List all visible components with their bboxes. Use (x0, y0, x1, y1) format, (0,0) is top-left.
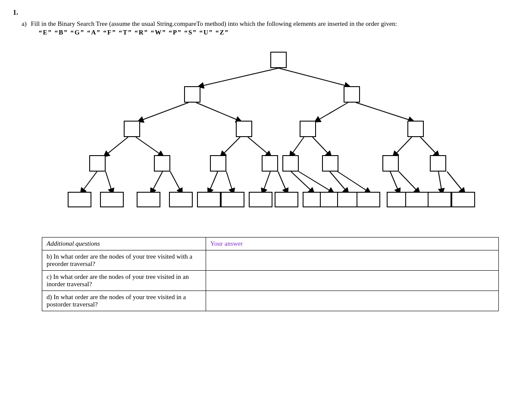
svg-line-18 (209, 172, 218, 192)
tree-node-root (270, 52, 287, 68)
tree-node-l3-lrr (262, 155, 278, 172)
tree-node-l3-rrl (382, 155, 399, 172)
svg-line-25 (338, 172, 369, 192)
table-row-question-1: c) In what order are the nodes of your t… (42, 270, 206, 291)
part-a-label: a) (22, 20, 27, 27)
table-row-answer-1[interactable] (206, 270, 498, 291)
svg-line-26 (390, 172, 399, 192)
elements-line: “E” “B” “G” “A” “F” “T” “R” “W” “P” “S” … (39, 29, 519, 36)
svg-line-16 (152, 172, 163, 192)
svg-line-24 (330, 172, 347, 192)
part-a-text: Fill in the Binary Search Tree (assume t… (31, 20, 397, 27)
tree-leaf-4 (169, 192, 193, 207)
tree-leaf-12 (357, 192, 380, 207)
svg-line-8 (222, 137, 240, 155)
tree-node-l3-rlr (322, 155, 338, 172)
svg-line-0 (200, 68, 279, 86)
table-header-answers: Your answer (206, 237, 498, 250)
svg-line-23 (299, 172, 332, 192)
table-header-questions: Additional questions (42, 237, 206, 250)
tree-leaf-3 (137, 192, 160, 207)
table-row-question-0: b) In what order are the nodes of your t… (42, 250, 206, 270)
tree-node-l1-left (184, 86, 200, 103)
table-row-question-2: d) In what order are the nodes of your t… (42, 291, 206, 311)
tree-leaf-8 (275, 192, 298, 207)
tree-leaf-15 (428, 192, 451, 207)
svg-line-3 (196, 103, 239, 121)
svg-line-15 (106, 172, 112, 192)
svg-line-22 (291, 172, 313, 192)
tree-leaf-2 (100, 192, 124, 207)
svg-line-11 (313, 137, 330, 155)
svg-line-9 (248, 137, 269, 155)
svg-line-19 (226, 172, 233, 192)
tree-node-l2-rl (300, 121, 316, 137)
tree-node-l3-lll (89, 155, 106, 172)
bst-diagram (42, 43, 499, 228)
tree-node-l3-rrr (430, 155, 446, 172)
question-number: 1. (13, 9, 519, 16)
table-row-answer-2[interactable] (206, 291, 498, 311)
tree-leaf-7 (249, 192, 272, 207)
table-row-answer-0[interactable] (206, 250, 498, 270)
svg-line-28 (438, 172, 442, 192)
svg-line-12 (394, 137, 412, 155)
tree-node-l3-rll (282, 155, 299, 172)
svg-line-21 (278, 172, 287, 192)
tree-leaf-6 (221, 192, 244, 207)
tree-node-l3-lrl (210, 155, 226, 172)
tree-leaf-16 (451, 192, 475, 207)
svg-line-27 (399, 172, 418, 192)
svg-line-17 (170, 172, 181, 192)
svg-line-14 (82, 172, 97, 192)
answer-table: Additional questions Your answer b) In w… (42, 237, 499, 311)
tree-node-l1-right (344, 86, 360, 103)
svg-line-7 (136, 137, 162, 155)
svg-line-29 (447, 172, 463, 192)
svg-line-1 (279, 68, 348, 86)
svg-line-6 (106, 137, 128, 155)
tree-leaf-5 (197, 192, 221, 207)
svg-line-4 (317, 103, 348, 121)
tree-node-l2-ll (124, 121, 140, 137)
svg-line-5 (356, 103, 412, 121)
svg-line-10 (291, 137, 304, 155)
svg-line-2 (140, 103, 188, 121)
tree-node-l2-rr (407, 121, 424, 137)
tree-node-l3-llr (154, 155, 170, 172)
svg-line-13 (420, 137, 438, 155)
tree-leaf-14 (405, 192, 429, 207)
tree-leaf-1 (68, 192, 91, 207)
tree-node-l2-lr (236, 121, 252, 137)
svg-line-20 (263, 172, 270, 192)
